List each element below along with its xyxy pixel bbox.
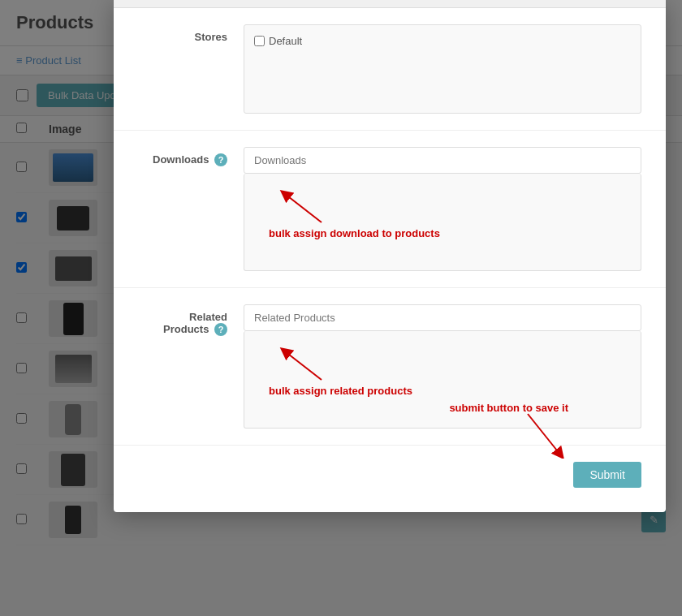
related-products-area: bulk assign related products: [244, 331, 641, 429]
related-annotation: bulk assign related products: [269, 343, 412, 397]
related-annotation-text: bulk assign related products: [269, 385, 412, 397]
downloads-section: Downloads ? bulk assign download to prod…: [114, 131, 666, 288]
related-help-icon[interactable]: ?: [214, 323, 227, 336]
default-store-label: Default: [269, 35, 302, 47]
modal-top-bar: [114, 0, 666, 8]
submit-button[interactable]: Submit: [573, 462, 641, 488]
downloads-help-icon[interactable]: ?: [214, 153, 227, 166]
stores-box: Default: [244, 24, 641, 114]
bulk-update-modal: Stores Default Downloads ?: [114, 0, 666, 512]
downloads-area: bulk assign download to products: [244, 174, 641, 271]
related-products-input[interactable]: [244, 304, 641, 331]
svg-line-0: [285, 194, 322, 222]
svg-line-2: [528, 414, 560, 454]
stores-control: Default: [244, 24, 641, 114]
downloads-label: Downloads ?: [138, 147, 244, 271]
arrow-svg: [269, 186, 334, 226]
submit-arrow-svg: [520, 410, 568, 459]
submit-annotation-container: submit button to save it: [449, 401, 568, 459]
default-store-option[interactable]: Default: [254, 35, 631, 47]
related-products-label: Related Products ?: [138, 304, 244, 429]
submit-annotation-text: submit button to save it: [449, 402, 568, 414]
related-products-control: bulk assign related products: [244, 304, 641, 429]
downloads-annotation: bulk assign download to products: [269, 186, 440, 239]
submit-section: submit button to save it Submit: [114, 446, 666, 496]
stores-label: Stores: [138, 24, 244, 114]
downloads-annotation-text: bulk assign download to products: [269, 227, 440, 239]
default-store-checkbox[interactable]: [254, 36, 265, 46]
downloads-input[interactable]: [244, 147, 641, 174]
related-arrow-svg: [269, 343, 334, 384]
related-products-section: Related Products ? bulk assign relate: [114, 288, 666, 446]
svg-line-1: [285, 351, 322, 380]
downloads-control: bulk assign download to products: [244, 147, 641, 271]
stores-section: Stores Default: [114, 8, 666, 131]
